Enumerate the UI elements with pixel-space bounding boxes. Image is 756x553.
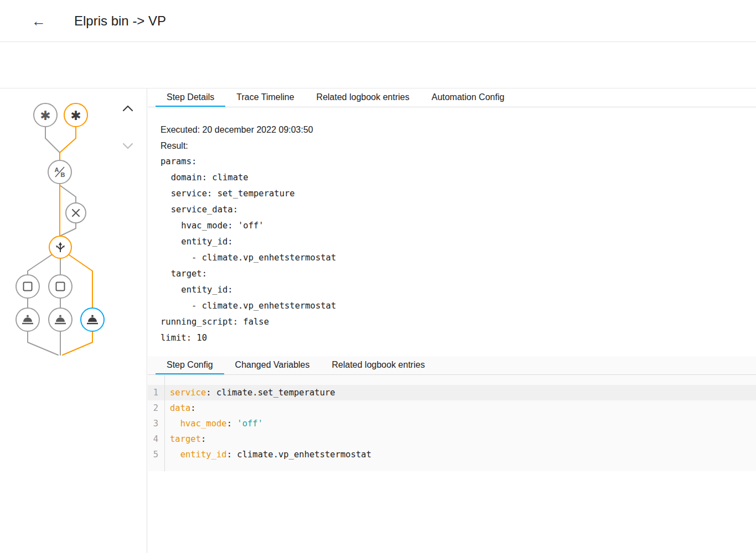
top-header: ← Elpris bin -> VP <box>0 0 756 42</box>
asterisk-icon: ✱ <box>40 108 50 123</box>
chevron-up-icon <box>122 105 134 112</box>
main-content: Step Details Trace Timeline Related logb… <box>148 88 756 553</box>
result-yaml-line: limit: 10 <box>160 330 756 346</box>
code-line-1[interactable]: 1 service: climate.set_temperature <box>148 385 756 400</box>
page-title: Elpris bin -> VP <box>74 13 166 29</box>
result-yaml-line: service: set_temperature <box>160 186 756 202</box>
yaml-editor[interactable]: 1 service: climate.set_temperature 2 dat… <box>148 375 756 471</box>
trace-node-option-2-service-selected[interactable] <box>81 308 104 331</box>
line-number: 2 <box>148 400 162 416</box>
trace-path <box>28 254 53 274</box>
asterisk-icon: ✱ <box>70 108 81 123</box>
automation-trace-app: ← Elpris bin -> VP 20 december 2022 09:0… <box>0 0 756 553</box>
secondary-tabbar: Step Config Changed Variables Related lo… <box>148 356 756 375</box>
trace-node-trigger-0[interactable]: ✱ <box>34 103 57 127</box>
trace-graph-panel: ✱ ✱ A B <box>0 88 147 553</box>
line-number: 5 <box>148 447 162 462</box>
trace-node-option-1-condition[interactable] <box>49 275 72 298</box>
trace-node-stop[interactable] <box>66 203 86 223</box>
code-text: entity_id: climate.vp_enhetstermostat <box>162 447 371 462</box>
trace-node-trigger-1[interactable]: ✱ <box>64 103 87 127</box>
trace-path-active <box>68 254 92 307</box>
move-up-button[interactable] <box>119 101 137 117</box>
tab-changed-variables[interactable]: Changed Variables <box>224 356 321 374</box>
result-yaml-line: domain: climate <box>160 170 756 186</box>
run-toolbar: 20 december 2022 09:03:50 <box>0 42 756 88</box>
result-label: Result: <box>160 138 756 154</box>
back-button[interactable]: ← <box>29 11 49 31</box>
tab-related-logbook-entries[interactable]: Related logbook entries <box>305 88 421 107</box>
gutter-divider <box>164 375 165 471</box>
trace-node-option-1-service[interactable] <box>49 308 72 331</box>
trace-node-option-0-service[interactable] <box>16 308 39 331</box>
result-yaml-line: hvac_mode: 'off' <box>160 218 756 234</box>
trace-graph: ✱ ✱ A B <box>0 88 147 376</box>
arrow-left-icon: ← <box>32 13 46 29</box>
code-text: target: <box>162 431 206 447</box>
trace-node-choose[interactable] <box>49 236 71 258</box>
svg-text:A: A <box>55 166 59 173</box>
result-yaml-line: target: <box>160 266 756 282</box>
executed-line: Executed: 20 december 2022 09:03:50 <box>160 122 756 138</box>
code-line-5[interactable]: 5 entity_id: climate.vp_enhetstermostat <box>148 447 756 462</box>
trace-path <box>60 185 76 203</box>
result-yaml-line: entity_id: <box>160 282 756 298</box>
tab-step-details[interactable]: Step Details <box>156 88 225 107</box>
trace-node-option-0-condition[interactable] <box>16 275 39 298</box>
trace-path <box>61 223 76 236</box>
code-text: data: <box>162 400 196 416</box>
tab-automation-config[interactable]: Automation Config <box>421 88 516 107</box>
line-number: 3 <box>148 416 162 431</box>
trace-path-active <box>60 127 76 160</box>
code-text: service: climate.set_temperature <box>162 385 335 400</box>
step-details-content: Executed: 20 december 2022 09:03:50 Resu… <box>148 107 756 346</box>
code-text: hvac_mode: 'off' <box>162 416 263 431</box>
tab-related-logbook-entries-2[interactable]: Related logbook entries <box>321 356 436 374</box>
trace-path <box>45 127 60 160</box>
line-number: 1 <box>148 385 162 400</box>
svg-text:B: B <box>61 171 65 178</box>
chevron-down-icon <box>122 143 134 150</box>
move-down-button[interactable] <box>119 139 137 155</box>
code-line-3[interactable]: 3 hvac_mode: 'off' <box>148 416 756 431</box>
line-number: 4 <box>148 431 162 447</box>
result-yaml-line: running_script: false <box>160 314 756 330</box>
code-line-4[interactable]: 4 target: <box>148 431 756 447</box>
result-yaml-line: params: <box>160 154 756 170</box>
trace-node-condition-if[interactable]: A B <box>48 160 71 184</box>
code-line-2[interactable]: 2 data: <box>148 400 756 416</box>
result-yaml-line: entity_id: <box>160 234 756 250</box>
trace-path <box>28 332 58 355</box>
tab-step-config[interactable]: Step Config <box>156 356 224 374</box>
primary-tabbar: Step Details Trace Timeline Related logb… <box>148 88 756 107</box>
result-yaml-line: - climate.vp_enhetstermostat <box>160 298 756 314</box>
tab-trace-timeline[interactable]: Trace Timeline <box>225 88 305 107</box>
trace-path-active <box>63 332 92 355</box>
result-yaml-line: - climate.vp_enhetstermostat <box>160 250 756 266</box>
result-yaml-line: service_data: <box>160 202 756 218</box>
